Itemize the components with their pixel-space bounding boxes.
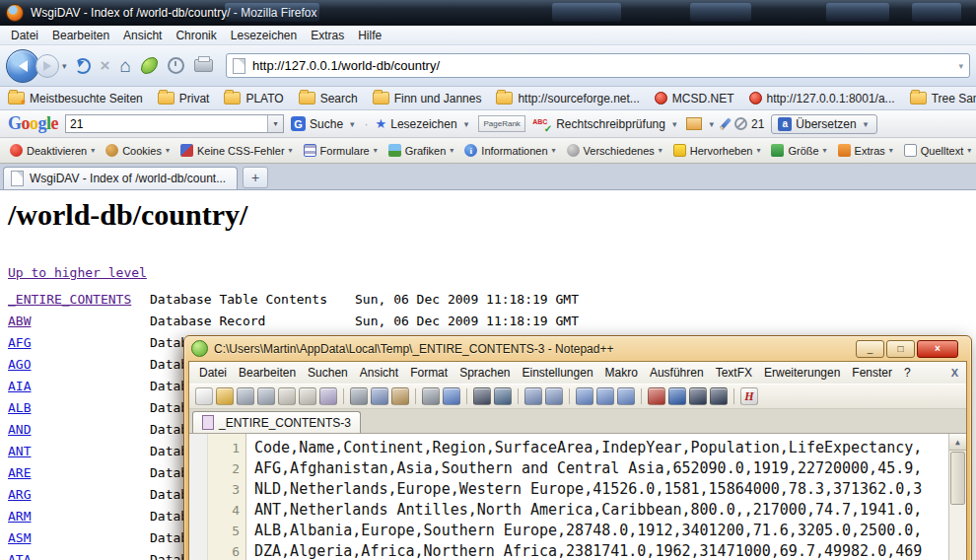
translate-button[interactable]: a Übersetzen ▾ (771, 114, 877, 134)
autofill-button[interactable] (724, 117, 728, 130)
webdev-item[interactable]: iInformationen▾ (460, 144, 559, 157)
webdev-item[interactable]: Formulare▾ (300, 144, 382, 157)
webdev-dropdown-icon[interactable]: ▾ (967, 146, 971, 155)
redo-icon[interactable] (443, 387, 460, 405)
bookmark-item[interactable]: Privat (158, 92, 210, 105)
close-all-icon[interactable] (299, 387, 316, 405)
tab-wsgidav[interactable]: WsgiDAV - Index of /world-db/count... (3, 167, 238, 189)
maximize-button[interactable]: □ (886, 340, 915, 358)
menu-item[interactable]: Hilfe (351, 27, 388, 44)
menu-item[interactable]: Datei (4, 27, 45, 44)
new-file-icon[interactable] (195, 387, 213, 405)
notepadpp-menu-item[interactable]: Datei (193, 364, 233, 382)
notepadpp-menu-item[interactable]: Format (404, 364, 453, 382)
zoom-out-icon[interactable] (545, 387, 563, 405)
listing-link[interactable]: AIA (8, 376, 150, 397)
bookmarks-dropdown-icon[interactable]: ▾ (464, 119, 469, 129)
new-tab-button[interactable]: + (243, 167, 268, 188)
copy-icon[interactable] (371, 387, 388, 405)
menu-item[interactable]: Chronik (169, 27, 223, 44)
forward-button[interactable] (35, 54, 59, 78)
notepadpp-menu-item[interactable]: TextFX (710, 364, 758, 382)
menu-item[interactable]: Bearbeiten (45, 27, 116, 44)
webdev-dropdown-icon[interactable]: ▾ (659, 146, 662, 155)
webdev-dropdown-icon[interactable]: ▾ (91, 146, 95, 155)
webdev-dropdown-icon[interactable]: ▾ (374, 146, 378, 155)
back-button[interactable] (6, 49, 39, 83)
cut-icon[interactable] (350, 387, 368, 405)
listing-link[interactable]: ABW (8, 311, 150, 332)
print-icon[interactable] (319, 387, 337, 405)
bookmark-item[interactable]: Search (299, 92, 358, 105)
webdev-item[interactable]: Grafiken▾ (384, 144, 458, 157)
sendto-dropdown-icon[interactable]: ▾ (709, 119, 714, 129)
notepadpp-titlebar[interactable]: C:\Users\Martin\AppData\Local\Temp\_ENTI… (188, 336, 967, 361)
print-button[interactable] (194, 59, 213, 72)
listing-link[interactable]: ARM (8, 506, 150, 527)
webdev-item[interactable]: Größe▾ (767, 144, 830, 157)
webdev-dropdown-icon[interactable]: ▾ (756, 146, 760, 155)
reload-button[interactable] (75, 58, 91, 74)
webdev-dropdown-icon[interactable]: ▾ (289, 146, 293, 155)
zoom-in-icon[interactable] (524, 387, 542, 405)
webdev-item[interactable]: Extras▾ (834, 144, 897, 157)
url-text[interactable]: http://127.0.0.1/world-db/country/ (252, 58, 959, 73)
bookmark-item[interactable]: MCSD.NET (655, 92, 734, 105)
editor-area[interactable]: 123456 Code,Name,Continent,Region,Surfac… (189, 434, 966, 560)
google-search-input[interactable] (66, 115, 267, 132)
notepadpp-menu-item[interactable]: Bearbeiten (233, 364, 302, 382)
menu-item[interactable]: Lesezeichen (224, 27, 304, 44)
close-button[interactable]: × (917, 340, 958, 358)
editor-text[interactable]: Code,Name,Continent,Region,SurfaceArea,I… (246, 434, 966, 560)
notepadpp-menu-item[interactable]: Suchen (302, 364, 354, 382)
scrollbar-thumb[interactable] (950, 452, 965, 505)
search-dropdown-icon[interactable]: ▾ (350, 119, 355, 129)
webdev-item[interactable]: Deaktivieren▾ (6, 144, 99, 157)
listing-link[interactable]: AND (8, 419, 150, 441)
macro-play-icon[interactable] (668, 387, 686, 405)
notepadpp-menu-item[interactable]: Erweiterungen (758, 364, 846, 382)
find-icon[interactable] (473, 387, 491, 405)
notepadpp-menu-item[interactable]: Einstellungen (517, 364, 599, 382)
paste-icon[interactable] (391, 387, 409, 405)
document-tab[interactable]: _ENTIRE_CONTENTS-3 (192, 411, 361, 433)
open-file-icon[interactable] (216, 387, 234, 405)
listing-link[interactable]: ALB (8, 397, 150, 419)
notepadpp-menu-item[interactable]: Ansicht (354, 364, 404, 382)
save-icon[interactable] (237, 387, 254, 405)
bookmark-item[interactable]: Meistbesuchte Seiten (8, 92, 143, 105)
listing-link[interactable]: AGO (8, 354, 150, 376)
minimize-button[interactable]: _ (856, 340, 884, 358)
menu-item[interactable]: Ansicht (116, 27, 169, 44)
replace-icon[interactable] (494, 387, 512, 405)
notepadpp-menu-item[interactable]: Ausführen (644, 364, 710, 382)
popup-blocker-button[interactable]: 21 (734, 117, 764, 131)
bookmark-item[interactable]: http://sourceforge.net... (496, 92, 639, 105)
indent-guide-icon[interactable] (617, 387, 635, 405)
show-all-characters-icon[interactable] (596, 387, 614, 405)
url-bar[interactable]: http://127.0.0.1/world-db/country/ ▾ (226, 53, 970, 78)
pagerank-indicator[interactable]: PageRank (478, 115, 525, 132)
google-bookmarks-button[interactable]: ★ Lesezeichen ▾ (376, 116, 472, 131)
macro-record-icon[interactable] (648, 387, 665, 405)
listing-link[interactable]: ATA (8, 549, 150, 560)
home-button[interactable]: ⌂ (119, 55, 130, 77)
stop-button[interactable]: × (101, 56, 110, 76)
undo-icon[interactable] (422, 387, 440, 405)
webdev-item[interactable]: Hervorheben▾ (669, 144, 765, 157)
webdev-dropdown-icon[interactable]: ▾ (450, 146, 453, 155)
close-file-icon[interactable] (278, 387, 296, 405)
webdev-dropdown-icon[interactable]: ▾ (166, 146, 170, 155)
listing-link[interactable]: _ENTIRE_CONTENTS (8, 289, 150, 311)
webdev-dropdown-icon[interactable]: ▾ (823, 146, 827, 155)
bookmark-item[interactable]: http://127.0.0.1:8001/a... (749, 92, 895, 105)
html-tag-icon[interactable]: H (740, 387, 758, 405)
notepadpp-menu-item[interactable]: Sprachen (453, 364, 516, 382)
notepadpp-menu-item[interactable]: ? (898, 364, 917, 382)
spellcheck-dropdown-icon[interactable]: ▾ (672, 119, 677, 129)
google-search-button[interactable]: G Suche ▾ (291, 116, 358, 131)
history-dropdown-icon[interactable]: ▾ (62, 61, 67, 71)
translate-dropdown-icon[interactable]: ▾ (864, 119, 869, 129)
macro-stop-icon[interactable] (689, 387, 707, 405)
webdev-dropdown-icon[interactable]: ▾ (889, 146, 893, 155)
